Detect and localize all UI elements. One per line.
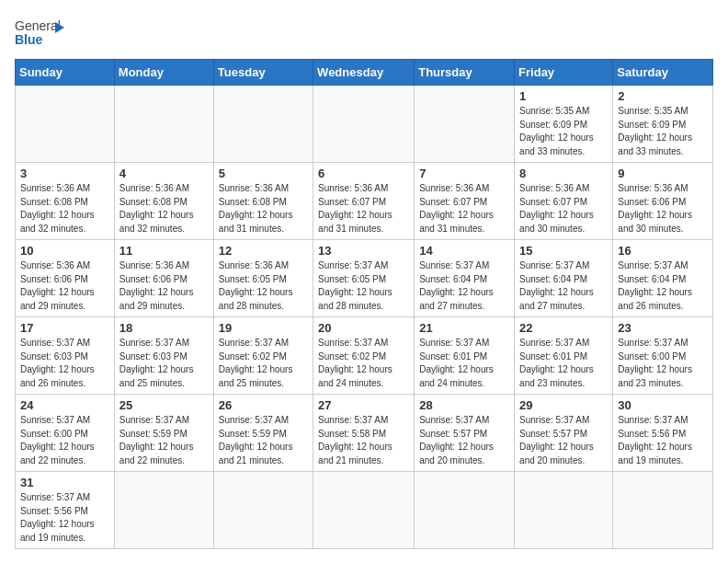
calendar-cell — [213, 472, 313, 549]
calendar-cell: 29Sunrise: 5:37 AM Sunset: 5:57 PM Dayli… — [515, 395, 613, 472]
day-number: 25 — [119, 398, 209, 412]
day-info: Sunrise: 5:37 AM Sunset: 6:04 PM Dayligh… — [519, 259, 608, 313]
day-number: 20 — [318, 321, 409, 335]
day-number: 18 — [119, 321, 209, 335]
day-number: 3 — [20, 167, 109, 180]
day-info: Sunrise: 5:37 AM Sunset: 6:00 PM Dayligh… — [20, 414, 109, 467]
calendar-cell: 7Sunrise: 5:36 AM Sunset: 6:07 PM Daylig… — [415, 163, 515, 240]
day-info: Sunrise: 5:37 AM Sunset: 5:59 PM Dayligh… — [219, 414, 308, 467]
day-number: 16 — [618, 244, 708, 258]
day-info: Sunrise: 5:37 AM Sunset: 6:03 PM Dayligh… — [119, 337, 209, 390]
day-number: 21 — [419, 321, 509, 335]
day-info: Sunrise: 5:37 AM Sunset: 6:05 PM Dayligh… — [318, 259, 409, 313]
calendar-cell — [415, 86, 515, 163]
calendar-cell — [313, 472, 415, 549]
calendar-cell: 24Sunrise: 5:37 AM Sunset: 6:00 PM Dayli… — [16, 395, 115, 472]
calendar-cell: 8Sunrise: 5:36 AM Sunset: 6:07 PM Daylig… — [515, 163, 613, 240]
day-info: Sunrise: 5:36 AM Sunset: 6:08 PM Dayligh… — [119, 182, 209, 236]
page-header: GeneralBlue — [15, 15, 713, 52]
calendar-cell: 9Sunrise: 5:36 AM Sunset: 6:06 PM Daylig… — [613, 163, 713, 240]
week-row-5: 31Sunrise: 5:37 AM Sunset: 5:56 PM Dayli… — [16, 472, 713, 549]
day-info: Sunrise: 5:35 AM Sunset: 6:09 PM Dayligh… — [519, 105, 608, 158]
calendar-cell: 14Sunrise: 5:37 AM Sunset: 6:04 PM Dayli… — [415, 240, 515, 317]
calendar-cell: 12Sunrise: 5:36 AM Sunset: 6:05 PM Dayli… — [213, 240, 313, 317]
day-info: Sunrise: 5:36 AM Sunset: 6:05 PM Dayligh… — [219, 259, 308, 313]
day-number: 28 — [419, 398, 509, 412]
calendar-cell: 19Sunrise: 5:37 AM Sunset: 6:02 PM Dayli… — [213, 317, 313, 395]
day-number: 24 — [20, 398, 109, 412]
day-info: Sunrise: 5:37 AM Sunset: 5:56 PM Dayligh… — [618, 414, 708, 467]
day-number: 11 — [119, 244, 209, 258]
day-number: 9 — [618, 167, 708, 180]
calendar-cell — [415, 472, 515, 549]
day-info: Sunrise: 5:36 AM Sunset: 6:07 PM Dayligh… — [519, 182, 608, 236]
calendar-cell: 21Sunrise: 5:37 AM Sunset: 6:01 PM Dayli… — [415, 317, 515, 395]
calendar-cell: 10Sunrise: 5:36 AM Sunset: 6:06 PM Dayli… — [16, 240, 115, 317]
calendar-header-row: SundayMondayTuesdayWednesdayThursdayFrid… — [16, 60, 713, 86]
day-info: Sunrise: 5:36 AM Sunset: 6:06 PM Dayligh… — [119, 259, 209, 313]
calendar-cell: 13Sunrise: 5:37 AM Sunset: 6:05 PM Dayli… — [313, 240, 415, 317]
day-number: 19 — [219, 321, 308, 335]
calendar-cell: 18Sunrise: 5:37 AM Sunset: 6:03 PM Dayli… — [114, 317, 213, 395]
day-number: 22 — [519, 321, 608, 335]
day-info: Sunrise: 5:37 AM Sunset: 6:02 PM Dayligh… — [318, 337, 409, 390]
calendar-cell — [114, 86, 213, 163]
header-wednesday: Wednesday — [313, 60, 415, 86]
calendar: SundayMondayTuesdayWednesdayThursdayFrid… — [15, 59, 713, 549]
day-number: 10 — [20, 244, 109, 258]
week-row-3: 17Sunrise: 5:37 AM Sunset: 6:03 PM Dayli… — [16, 317, 713, 395]
day-info: Sunrise: 5:37 AM Sunset: 5:58 PM Dayligh… — [318, 414, 409, 467]
day-info: Sunrise: 5:36 AM Sunset: 6:07 PM Dayligh… — [419, 182, 509, 236]
generalblue-logo: GeneralBlue — [15, 15, 70, 52]
calendar-cell: 15Sunrise: 5:37 AM Sunset: 6:04 PM Dayli… — [515, 240, 613, 317]
day-number: 15 — [519, 244, 608, 258]
day-number: 5 — [219, 167, 308, 180]
calendar-cell: 4Sunrise: 5:36 AM Sunset: 6:08 PM Daylig… — [114, 163, 213, 240]
day-info: Sunrise: 5:37 AM Sunset: 5:57 PM Dayligh… — [519, 414, 608, 467]
day-number: 7 — [419, 167, 509, 180]
day-info: Sunrise: 5:37 AM Sunset: 6:00 PM Dayligh… — [618, 337, 708, 390]
calendar-cell — [16, 86, 115, 163]
calendar-cell: 28Sunrise: 5:37 AM Sunset: 5:57 PM Dayli… — [415, 395, 515, 472]
header-saturday: Saturday — [613, 60, 713, 86]
calendar-cell: 27Sunrise: 5:37 AM Sunset: 5:58 PM Dayli… — [313, 395, 415, 472]
day-info: Sunrise: 5:37 AM Sunset: 6:01 PM Dayligh… — [519, 337, 608, 390]
day-info: Sunrise: 5:37 AM Sunset: 6:03 PM Dayligh… — [20, 337, 109, 390]
day-number: 14 — [419, 244, 509, 258]
day-info: Sunrise: 5:36 AM Sunset: 6:08 PM Dayligh… — [20, 182, 109, 236]
week-row-1: 3Sunrise: 5:36 AM Sunset: 6:08 PM Daylig… — [16, 163, 713, 240]
calendar-cell: 6Sunrise: 5:36 AM Sunset: 6:07 PM Daylig… — [313, 163, 415, 240]
calendar-cell — [613, 472, 713, 549]
calendar-cell: 23Sunrise: 5:37 AM Sunset: 6:00 PM Dayli… — [613, 317, 713, 395]
day-info: Sunrise: 5:37 AM Sunset: 6:01 PM Dayligh… — [419, 337, 509, 390]
day-number: 29 — [519, 398, 608, 412]
calendar-cell: 1Sunrise: 5:35 AM Sunset: 6:09 PM Daylig… — [515, 86, 613, 163]
header-monday: Monday — [114, 60, 213, 86]
day-info: Sunrise: 5:36 AM Sunset: 6:08 PM Dayligh… — [219, 182, 308, 236]
day-number: 4 — [119, 167, 209, 180]
svg-text:Blue: Blue — [15, 32, 43, 47]
day-number: 8 — [519, 167, 608, 180]
day-info: Sunrise: 5:35 AM Sunset: 6:09 PM Dayligh… — [618, 105, 708, 158]
header-tuesday: Tuesday — [213, 60, 313, 86]
week-row-0: 1Sunrise: 5:35 AM Sunset: 6:09 PM Daylig… — [16, 86, 713, 163]
header-sunday: Sunday — [16, 60, 115, 86]
calendar-cell: 16Sunrise: 5:37 AM Sunset: 6:04 PM Dayli… — [613, 240, 713, 317]
calendar-cell: 25Sunrise: 5:37 AM Sunset: 5:59 PM Dayli… — [114, 395, 213, 472]
day-number: 6 — [318, 167, 409, 180]
calendar-cell: 31Sunrise: 5:37 AM Sunset: 5:56 PM Dayli… — [16, 472, 115, 549]
svg-text:General: General — [15, 18, 61, 33]
day-number: 31 — [20, 476, 109, 489]
day-number: 13 — [318, 244, 409, 258]
calendar-cell: 30Sunrise: 5:37 AM Sunset: 5:56 PM Dayli… — [613, 395, 713, 472]
calendar-cell — [313, 86, 415, 163]
day-number: 1 — [519, 89, 608, 103]
calendar-cell: 2Sunrise: 5:35 AM Sunset: 6:09 PM Daylig… — [613, 86, 713, 163]
day-number: 27 — [318, 398, 409, 412]
header-thursday: Thursday — [415, 60, 515, 86]
header-friday: Friday — [515, 60, 613, 86]
day-number: 2 — [618, 89, 708, 103]
day-number: 12 — [219, 244, 308, 258]
day-number: 30 — [618, 398, 708, 412]
calendar-cell: 3Sunrise: 5:36 AM Sunset: 6:08 PM Daylig… — [16, 163, 115, 240]
